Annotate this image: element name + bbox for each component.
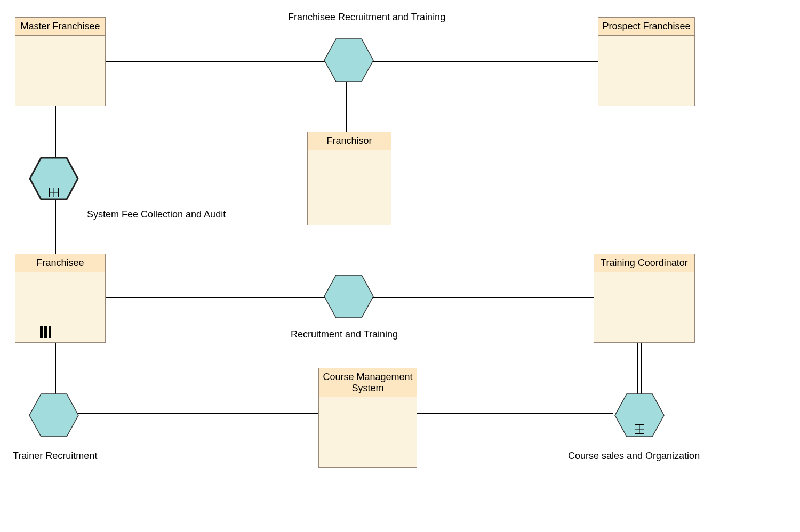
link-franchisee-to-mid-hex: [101, 294, 325, 298]
pool-header: Course Management System: [319, 368, 417, 397]
link-fee-hex-to-franchisee: [52, 199, 56, 255]
label-recruitment-training: Recruitment and Training: [291, 329, 398, 340]
conversation-recruitment-training[interactable]: [324, 275, 374, 318]
pool-header: Franchisee: [15, 254, 105, 272]
conversation-system-fee-collection-audit[interactable]: [29, 157, 79, 200]
label-course-sales-organization: Course sales and Organization: [568, 450, 700, 462]
conversation-course-sales-organization[interactable]: [614, 393, 665, 437]
conversation-franchisee-recruitment-training[interactable]: [324, 38, 374, 82]
link-top-hex-to-franchisor: [346, 80, 350, 133]
svg-marker-6: [29, 394, 78, 437]
svg-marker-5: [324, 275, 373, 318]
diagram-title: Franchisee Recruitment and Training: [288, 12, 445, 23]
svg-marker-0: [324, 39, 373, 82]
sub-conversation-marker-icon: [635, 424, 644, 434]
pool-franchisee[interactable]: Franchisee: [15, 254, 106, 343]
link-mid-hex-to-training-coord: [371, 294, 600, 298]
link-cms-to-sales-hex: [415, 413, 613, 417]
pool-header: Training Coordinator: [594, 254, 694, 272]
pool-franchisor[interactable]: Franchisor: [307, 132, 391, 225]
conversation-trainer-recruitment[interactable]: [29, 393, 79, 437]
pool-header: Prospect Franchisee: [598, 18, 694, 36]
label-trainer-recruitment: Trainer Recruitment: [13, 450, 97, 462]
multi-instance-marker-icon: [40, 326, 51, 338]
pool-training-coordinator[interactable]: Training Coordinator: [594, 254, 695, 343]
sub-conversation-marker-icon: [49, 188, 59, 197]
pool-master-franchisee[interactable]: Master Franchisee: [15, 17, 106, 106]
link-training-coord-to-sales-hex: [637, 341, 642, 394]
link-top-hex-to-prospect: [371, 58, 600, 62]
pool-header: Franchisor: [308, 132, 391, 150]
conversation-diagram: Franchisee Recruitment and Training Mast…: [0, 0, 800, 532]
label-system-fee-collection-audit: System Fee Collection and Audit: [87, 209, 226, 220]
link-fee-hex-to-franchisor: [77, 176, 307, 180]
pool-prospect-franchisee[interactable]: Prospect Franchisee: [598, 17, 695, 106]
pool-header: Master Franchisee: [15, 18, 105, 36]
link-franchisee-to-trainer-hex: [52, 341, 56, 394]
pool-course-management-system[interactable]: Course Management System: [318, 368, 417, 468]
link-trainer-hex-to-cms: [77, 413, 320, 417]
link-master-to-top-hex: [101, 58, 325, 62]
link-master-to-fee-hex: [52, 104, 56, 160]
